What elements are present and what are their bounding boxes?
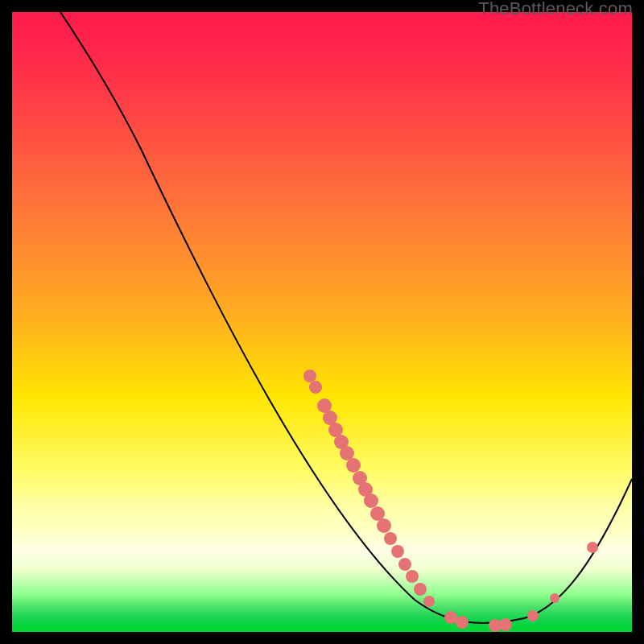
curve-dot xyxy=(384,532,397,545)
curve-dot xyxy=(550,593,559,603)
curve-dot xyxy=(303,369,316,382)
curve-dot xyxy=(527,610,539,621)
curve-dot xyxy=(414,583,427,596)
curve-dot xyxy=(309,381,322,394)
watermark-text: TheBottleneck.com xyxy=(478,0,633,19)
curve-dot xyxy=(423,596,435,607)
curve-dot xyxy=(456,616,469,629)
curve-dot xyxy=(364,493,378,508)
curve-dot xyxy=(406,570,419,583)
curve-dot xyxy=(346,458,361,473)
curve-dot xyxy=(587,542,598,553)
chart-frame xyxy=(12,12,632,632)
curve-dot xyxy=(377,518,391,533)
bottleneck-curve xyxy=(60,12,632,623)
curve-dot xyxy=(499,618,512,631)
curve-dot xyxy=(391,545,404,558)
curve-dot xyxy=(444,611,457,624)
curve-dots-group xyxy=(303,369,598,632)
curve-dot xyxy=(398,558,411,571)
chart-svg xyxy=(12,12,632,632)
